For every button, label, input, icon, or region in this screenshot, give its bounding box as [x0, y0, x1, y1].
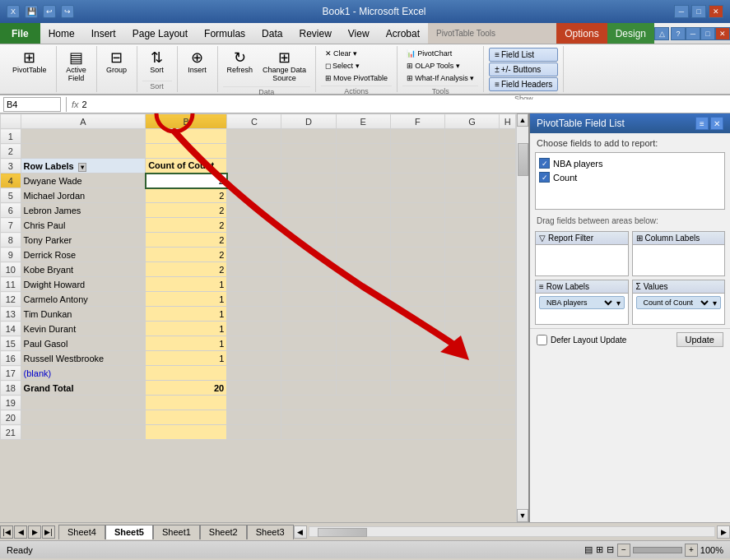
count-checkbox[interactable]: ✓	[539, 172, 550, 183]
cell-C4[interactable]	[227, 174, 281, 188]
cell-A11[interactable]: Dwight Howard	[21, 277, 146, 292]
cell-C12[interactable]	[227, 292, 281, 307]
cell-G5[interactable]	[445, 188, 500, 203]
cell-C7[interactable]	[227, 218, 281, 233]
cell-rest21[interactable]	[281, 425, 516, 440]
cell-E8[interactable]	[336, 233, 390, 248]
help-btn[interactable]: ?	[671, 27, 686, 40]
cell-C21[interactable]	[227, 425, 281, 440]
col-D-header[interactable]: D	[281, 114, 336, 129]
menu-options[interactable]: Options	[556, 23, 607, 44]
sheet-tab-sheet1[interactable]: Sheet1	[153, 525, 200, 539]
cell-C11[interactable]	[227, 277, 281, 292]
cell-D4[interactable]	[281, 174, 336, 188]
fieldheaders-btn[interactable]: ≡ Field Headers	[489, 77, 558, 91]
ribbon-minimize[interactable]: △	[654, 27, 669, 40]
cell-E5[interactable]	[336, 188, 390, 203]
restore-excel[interactable]: □	[700, 27, 715, 40]
cell-B16[interactable]: 1	[146, 351, 227, 366]
pivotchart-btn[interactable]: 📊 PivotChart	[402, 48, 478, 59]
close-excel[interactable]: ✕	[715, 27, 730, 40]
pivot-area-column-labels[interactable]: ⊞ Column Labels	[632, 231, 726, 276]
menu-insert[interactable]: Insert	[83, 23, 124, 44]
cell-H7[interactable]	[500, 218, 516, 233]
cell-E12[interactable]	[336, 292, 390, 307]
menu-view[interactable]: View	[340, 23, 378, 44]
cell-C13[interactable]	[227, 307, 281, 322]
sheet-tab-sheet4[interactable]: Sheet4	[58, 525, 105, 539]
cell-E1[interactable]	[336, 129, 390, 144]
col-C-header[interactable]: C	[227, 114, 281, 129]
cell-G7[interactable]	[445, 218, 500, 233]
cell-G4[interactable]	[445, 174, 500, 188]
menu-acrobat[interactable]: Acrobat	[378, 23, 428, 44]
quick-save[interactable]: 💾	[25, 5, 38, 18]
cell-G6[interactable]	[445, 203, 500, 218]
fieldlist-btn[interactable]: ≡ Field List	[489, 48, 558, 62]
cell-D11[interactable]	[281, 277, 336, 292]
pivot-panel-close-btn[interactable]: ✕	[710, 117, 723, 130]
cell-G1[interactable]	[445, 129, 500, 144]
cell-G3[interactable]	[445, 159, 500, 174]
sheet-nav-first[interactable]: |◀	[0, 525, 13, 539]
cell-A17[interactable]: (blank)	[21, 366, 146, 381]
cell-B2[interactable]	[146, 144, 227, 159]
cell-B11[interactable]: 1	[146, 277, 227, 292]
cell-E9[interactable]	[336, 248, 390, 262]
cell-G17[interactable]	[445, 366, 500, 381]
cell-F6[interactable]	[390, 203, 444, 218]
menu-file[interactable]: File	[0, 23, 40, 44]
cell-H11[interactable]	[500, 277, 516, 292]
values-countofcount-select[interactable]: Count of Count	[640, 298, 712, 308]
cell-F3[interactable]	[390, 159, 444, 174]
menu-home[interactable]: Home	[40, 23, 83, 44]
cell-D15[interactable]	[281, 336, 336, 351]
sheet-nav-next[interactable]: ▶	[28, 525, 41, 539]
cell-B19[interactable]	[146, 396, 227, 410]
close-btn[interactable]: ✕	[709, 5, 723, 18]
menu-design[interactable]: Design	[607, 23, 654, 44]
h-scroll-track[interactable]	[309, 526, 715, 537]
cell-G9[interactable]	[445, 248, 500, 262]
cell-F10[interactable]	[390, 262, 444, 277]
group-btn[interactable]: ⊟ Group	[102, 48, 132, 76]
cell-E2[interactable]	[336, 144, 390, 159]
cell-C1[interactable]	[227, 129, 281, 144]
cell-D9[interactable]	[281, 248, 336, 262]
cell-E15[interactable]	[336, 336, 390, 351]
cell-B3[interactable]: Count of Count	[146, 159, 227, 174]
pivot-area-values[interactable]: Σ Values Count of Count ▾	[632, 280, 726, 325]
zoom-minus-btn[interactable]: −	[617, 544, 630, 557]
cell-D5[interactable]	[281, 188, 336, 203]
cell-D18[interactable]	[281, 381, 336, 396]
cell-G16[interactable]	[445, 351, 500, 366]
cell-E4[interactable]	[336, 174, 390, 188]
cell-B15[interactable]: 1	[146, 336, 227, 351]
scroll-down-btn[interactable]: ▼	[517, 509, 528, 522]
formula-input[interactable]	[82, 100, 727, 109]
cell-E16[interactable]	[336, 351, 390, 366]
cell-H17[interactable]	[500, 366, 516, 381]
cell-G8[interactable]	[445, 233, 500, 248]
zoom-plus-btn[interactable]: +	[685, 544, 698, 557]
cell-F9[interactable]	[390, 248, 444, 262]
cell-B18[interactable]: 20	[146, 381, 227, 396]
cell-G2[interactable]	[445, 144, 500, 159]
whatif-btn[interactable]: ⊞ What-If Analysis ▾	[402, 72, 478, 84]
row-labels-nbaplayers-select[interactable]: NBA players	[543, 298, 615, 308]
cell-C18[interactable]	[227, 381, 281, 396]
cell-F16[interactable]	[390, 351, 444, 366]
sheet-nav-last[interactable]: ▶|	[42, 525, 55, 539]
cell-A5[interactable]: Michael Jordan	[21, 188, 146, 203]
cell-D8[interactable]	[281, 233, 336, 248]
cell-F18[interactable]	[390, 381, 444, 396]
nba-players-checkbox[interactable]: ✓	[539, 158, 550, 169]
h-scroll-right-btn[interactable]: ▶	[717, 525, 730, 539]
menu-data[interactable]: Data	[253, 23, 291, 44]
sheet-nav-prev[interactable]: ◀	[14, 525, 27, 539]
col-B-header[interactable]: B	[146, 114, 227, 129]
cell-A2[interactable]	[21, 144, 146, 159]
cell-A14[interactable]: Kevin Durant	[21, 322, 146, 336]
cell-F5[interactable]	[390, 188, 444, 203]
cell-A10[interactable]: Kobe Bryant	[21, 262, 146, 277]
